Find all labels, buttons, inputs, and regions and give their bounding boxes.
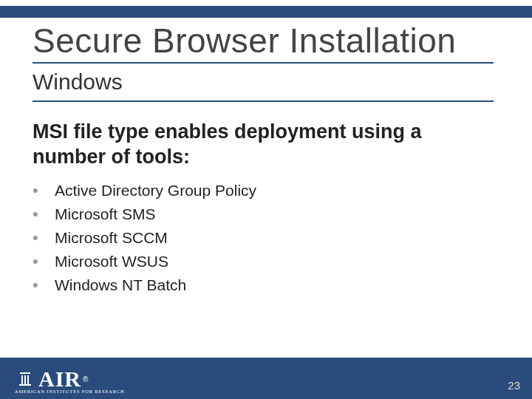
slide: Secure Browser Installation Windows MSI … (0, 0, 532, 399)
logo-subtitle: AMERICAN INSTITUTES FOR RESEARCH (15, 389, 125, 394)
list-item: • Microsoft WSUS (33, 251, 494, 272)
list-item: • Active Directory Group Policy (33, 180, 494, 201)
bullet-text: Windows NT Batch (55, 275, 186, 296)
bullet-text: Microsoft WSUS (55, 251, 168, 272)
page-number: 23 (508, 379, 520, 392)
bullet-list: • Active Directory Group Policy • Micros… (33, 180, 494, 299)
svg-rect-2 (24, 375, 26, 384)
bullet-icon: • (33, 204, 55, 225)
bullet-icon: • (33, 228, 55, 248)
slide-title: Secure Browser Installation (33, 21, 494, 64)
logo-text: AIR (38, 366, 81, 392)
list-item: • Microsoft SCCM (33, 228, 494, 248)
body-heading: MSI file type enables deployment using a… (33, 120, 494, 170)
svg-rect-0 (20, 372, 30, 374)
logo-mark-icon (15, 369, 35, 389)
svg-rect-1 (21, 375, 23, 384)
bullet-text: Active Directory Group Policy (55, 180, 256, 201)
svg-rect-4 (19, 384, 31, 386)
bullet-text: Microsoft SCCM (55, 228, 168, 248)
air-logo: AIR ® (15, 366, 88, 392)
bullet-icon: • (33, 275, 55, 296)
footer-bar: AIR ® AMERICAN INSTITUTES FOR RESEARCH 2… (0, 358, 532, 399)
bullet-icon: • (33, 251, 55, 272)
list-item: • Windows NT Batch (33, 275, 494, 296)
logo-registered: ® (83, 375, 88, 383)
svg-rect-3 (27, 375, 29, 384)
list-item: • Microsoft SMS (33, 204, 494, 225)
bullet-icon: • (33, 180, 55, 201)
slide-subtitle: Windows (33, 69, 494, 102)
top-accent-bar (0, 6, 532, 18)
bullet-text: Microsoft SMS (55, 204, 156, 225)
